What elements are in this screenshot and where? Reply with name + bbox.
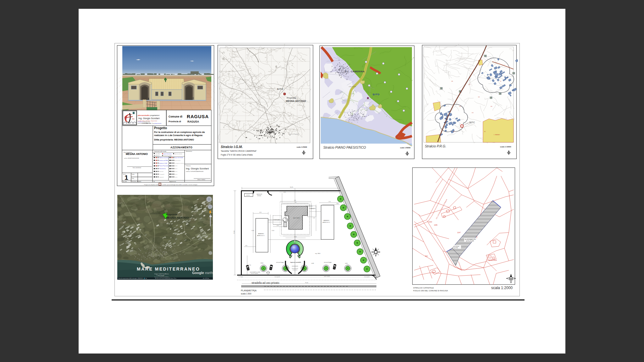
svg-text:a confini i piccoli dettagli m: a confini i piccoli dettagli meno delle …	[162, 184, 197, 185]
svg-text:realizzare in c.da Cerasella i: realizzare in c.da Cerasella in agro di …	[154, 134, 203, 137]
svg-text:Stralcio di PRG: Stralcio di PRG	[159, 160, 168, 161]
svg-text:aree di rispetto: aree di rispetto	[251, 273, 258, 274]
svg-text:sede stradale: sede stradale	[324, 276, 330, 277]
svg-text:altro: altro	[175, 171, 178, 172]
svg-text:comparto medio: comparto medio	[164, 155, 172, 156]
svg-text:Proprieta: Proprieta	[166, 213, 177, 216]
svg-text:17,50: 17,50	[248, 265, 251, 266]
svg-text:Progetto: Progetto	[154, 126, 167, 130]
svg-text:Ing. Giorgio Scrofani: Ing. Giorgio Scrofani	[138, 117, 160, 120]
svg-text:79,20: 79,20	[305, 282, 308, 283]
svg-text:altro: altro	[175, 168, 178, 169]
svg-text:95: 95	[500, 81, 501, 82]
svg-text:ALLOGGIO: ALLOGGIO	[293, 217, 300, 219]
svg-text:Uso d'iter: Uso d'iter	[155, 153, 160, 155]
svg-text:particolari: particolari	[175, 160, 180, 161]
svg-text:© 2013 Google: © 2013 Google	[156, 275, 164, 276]
svg-text:B2: B2	[484, 131, 486, 132]
svg-text:marciapiede: marciapiede	[364, 276, 370, 277]
svg-text:RAGUSA: RAGUSA	[187, 120, 199, 123]
svg-text:Per la costruzione di un compl: Per la costruzione di un complesso agric…	[154, 131, 205, 134]
svg-text:1,20: 1,20	[311, 208, 313, 209]
svg-text:802: 802	[425, 255, 428, 257]
svg-text:c.da Cerasella: c.da Cerasella	[349, 86, 356, 87]
svg-text:Data: Data	[132, 178, 134, 179]
svg-text:1085: 1085	[434, 224, 437, 226]
svg-text:Provincia di: Provincia di	[169, 120, 181, 123]
svg-text:Stralcio I.G.M.: Stralcio I.G.M.	[159, 162, 168, 164]
svg-text:14,00: 14,00	[294, 236, 297, 238]
svg-text:AZZONAMENTO: AZZONAMENTO	[170, 146, 192, 149]
svg-text:(firma e timbro): (firma e timbro)	[197, 179, 205, 180]
svg-text:5,70: 5,70	[329, 201, 330, 202]
svg-text:ingresso di: ingresso di	[257, 194, 262, 195]
svg-text:Scala: Scala	[132, 174, 135, 175]
svg-text:PLAN|METR|A: PLAN|METR|A	[241, 289, 257, 292]
svg-text:214: 214	[472, 112, 474, 113]
svg-text:fg 250 p.lla 1046: fg 250 p.lla 1046	[466, 240, 474, 242]
svg-text:piano d'assieme: piano d'assieme	[164, 153, 172, 155]
svg-text:Stralcio PIANO PAESISTICO: Stralcio PIANO PAESISTICO	[323, 145, 366, 149]
svg-text:rampa: rampa	[260, 262, 264, 264]
svg-text:25,30: 25,30	[272, 230, 274, 231]
svg-text:ANNESSO: ANNESSO	[258, 233, 264, 234]
svg-text:servizio: servizio	[257, 195, 261, 196]
svg-text:Stralcio I.G.M.: Stralcio I.G.M.	[221, 145, 243, 149]
svg-text:7,60: 7,60	[294, 202, 296, 203]
svg-text:5,00: 5,00	[336, 203, 338, 204]
svg-text:SITO: SITO	[373, 93, 380, 96]
svg-text:C. MARCIALE: C. MARCIALE	[487, 259, 497, 261]
svg-text:stradella ad uso privato: stradella ad uso privato	[252, 281, 279, 284]
svg-text:SITC: SITC	[469, 121, 475, 124]
svg-text:firma committente: firma committente	[133, 167, 141, 168]
svg-text:Edificio esistente: Edificio esistente	[159, 157, 169, 158]
svg-text:4,70: 4,70	[277, 225, 279, 226]
svg-text:indirizzo: indirizzo	[155, 155, 159, 156]
svg-text:RAGUSA: RAGUSA	[187, 114, 209, 119]
svg-text:74,75: 74,75	[290, 186, 293, 188]
svg-text:area richiesta: area richiesta	[453, 246, 459, 247]
svg-text:1000: 1000	[429, 221, 432, 223]
svg-text:c.da Cerasella: c.da Cerasella	[153, 213, 161, 214]
svg-text:cod fisc MGNNTN55M10H163E: cod fisc MGNNTN55M10H163E	[124, 158, 139, 159]
svg-text:plessestudio progettazioni: plessestudio progettazioni	[138, 114, 159, 116]
svg-text:143: 143	[469, 84, 470, 85]
svg-text:MEGNA ANTONIO: MEGNA ANTONIO	[166, 216, 189, 219]
svg-text:delta: delta	[125, 117, 128, 119]
svg-text:ino: ino	[132, 118, 135, 120]
svg-text:Comune di: Comune di	[169, 115, 182, 118]
svg-text:cod fisc SCRGRG66B09H163U: cod fisc SCRGRG66B09H163U	[186, 171, 203, 172]
svg-text:25,30: 25,30	[252, 230, 254, 231]
svg-text:Contenuto nella tavola: Contenuto nella tavola	[154, 151, 167, 152]
svg-text:Proprieta: Proprieta	[287, 97, 296, 99]
svg-text:MEGNA ANTONIO: MEGNA ANTONIO	[286, 100, 306, 102]
svg-text:aree parcheggio: aree parcheggio	[276, 262, 284, 263]
svg-text:Pregasi di compilare nella: Pregasi di compilare nella	[144, 184, 159, 185]
svg-text:1047: 1047	[457, 232, 461, 233]
svg-text:ANNESSO: ANNESSO	[324, 220, 330, 221]
svg-text:C. MAISANO: C. MAISANO	[494, 134, 500, 135]
svg-text:Prospetti: Prospetti	[159, 173, 164, 175]
svg-text:Image © 2013 TerraMetrics: Image © 2013 TerraMetrics	[154, 273, 169, 275]
svg-text:Marina di Ragusa: Marina di Ragusa	[288, 133, 298, 135]
svg-text:Agglomerato: Agglomerato	[169, 181, 176, 182]
svg-text:AGRICOLO 2: AGRICOLO 2	[323, 222, 330, 223]
svg-text:file (g) tav_meg0001: file (g) tav_meg0001	[132, 181, 141, 182]
svg-text:cod fisc SCRGRGBBBH HSU . P.iv: cod fisc SCRGRGBBBH HSU . P.iva ghegserv…	[138, 123, 161, 124]
svg-text:mq. 3800: mq. 3800	[315, 253, 320, 254]
svg-text:altro: altro	[175, 176, 178, 178]
svg-text:Data di acquisizione delle imm: Data di acquisizione delle immagini: 4/3…	[118, 278, 143, 279]
svg-text:3,25: 3,25	[245, 245, 247, 246]
svg-text:Planimetria: Planimetria	[159, 168, 166, 169]
svg-text:ingresso carrabile: ingresso carrabile	[290, 261, 301, 263]
svg-text:Stralcio P.R.G.: Stralcio P.R.G.	[425, 144, 446, 148]
svg-text:FOGLIO 250 DEL COMUNE DI RAGUS: FOGLIO 250 DEL COMUNE DI RAGUSA	[413, 290, 448, 292]
svg-text:Fog. 000: Fog. 000	[123, 181, 127, 182]
svg-text:alt. 4.95 km: alt. 4.95 km	[203, 278, 209, 279]
svg-text:6,35: 6,35	[284, 192, 286, 193]
svg-text:Piano Paesistico: Piano Paesistico	[159, 165, 169, 167]
svg-text:altro: altro	[175, 165, 178, 167]
svg-text:verde: verde	[311, 263, 314, 264]
svg-text:174: 174	[453, 131, 455, 132]
svg-text:aree parcheggio: aree parcheggio	[324, 262, 332, 263]
